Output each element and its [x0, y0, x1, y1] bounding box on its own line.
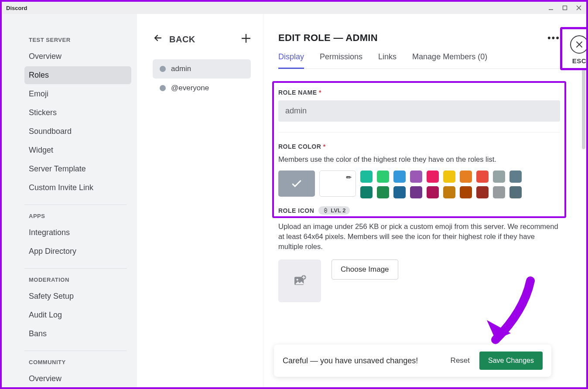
color-picker-row: ✎	[278, 171, 560, 198]
divider	[24, 268, 127, 269]
add-role-button[interactable]	[241, 32, 251, 46]
arrow-left-icon	[153, 33, 163, 46]
sidebar-item-server-template[interactable]: Server Template	[24, 160, 131, 178]
tab-links[interactable]: Links	[378, 52, 397, 68]
role-color-label: ROLE COLOR *	[278, 143, 560, 150]
role-name: @everyone	[171, 84, 209, 92]
custom-color-swatch[interactable]: ✎	[319, 171, 356, 197]
save-changes-button[interactable]: Save Changes	[479, 351, 543, 370]
sidebar-header-community: COMMUNITY	[24, 359, 131, 365]
color-swatch[interactable]	[476, 171, 489, 183]
color-swatch[interactable]	[360, 186, 373, 198]
color-swatch[interactable]	[443, 186, 455, 198]
close-icon[interactable]	[576, 5, 582, 11]
svg-rect-1	[563, 6, 567, 10]
reset-button[interactable]: Reset	[451, 356, 470, 365]
role-icon-label: ROLE ICON	[278, 207, 314, 214]
color-swatch[interactable]	[393, 186, 406, 198]
sidebar-header-apps: APPS	[24, 213, 131, 219]
settings-sidebar: TEST SERVER Overview Roles Emoji Sticker…	[2, 14, 137, 387]
upload-image-box[interactable]	[278, 259, 321, 302]
role-color-dot	[160, 85, 166, 91]
sidebar-header-moderation: MODERATION	[24, 276, 131, 283]
color-swatch[interactable]	[410, 186, 422, 198]
divider	[278, 132, 560, 133]
app-window: Discord TEST SERVER Overview Roles Emoji…	[2, 2, 586, 387]
tab-permissions[interactable]: Permissions	[320, 52, 362, 68]
boost-icon	[323, 208, 328, 213]
sidebar-item-community-overview[interactable]: Overview	[24, 370, 131, 387]
sidebar-item-audit-log[interactable]: Audit Log	[24, 306, 131, 324]
role-list-item-everyone[interactable]: @everyone	[153, 78, 251, 98]
divider	[24, 205, 127, 205]
color-swatch[interactable]	[460, 186, 472, 198]
image-add-icon	[293, 274, 307, 288]
titlebar: Discord	[2, 2, 586, 14]
tab-display[interactable]: Display	[278, 52, 304, 69]
role-color-desc: Members use the color of the highest rol…	[278, 154, 560, 164]
sidebar-header-server: TEST SERVER	[24, 37, 131, 43]
sidebar-item-roles[interactable]: Roles	[24, 66, 131, 84]
color-swatch[interactable]	[427, 171, 439, 183]
color-swatch[interactable]	[509, 171, 522, 183]
color-swatch[interactable]	[476, 186, 489, 198]
check-icon	[290, 177, 303, 190]
sidebar-item-emoji[interactable]: Emoji	[24, 85, 131, 103]
svg-point-6	[325, 210, 326, 211]
role-color-dot	[160, 66, 166, 72]
color-swatch[interactable]	[410, 171, 422, 183]
color-swatch[interactable]	[509, 186, 522, 198]
role-list-item-admin[interactable]: admin	[153, 59, 251, 78]
divider	[24, 351, 127, 351]
sidebar-item-safety-setup[interactable]: Safety Setup	[24, 287, 131, 305]
annotation-esc-highlight: ESC	[560, 27, 586, 70]
sidebar-item-soundboard[interactable]: Soundboard	[24, 123, 131, 140]
boost-level-badge: LVL 2	[318, 206, 350, 215]
sidebar-item-custom-invite[interactable]: Custom Invite Link	[24, 179, 131, 197]
color-swatch[interactable]	[427, 186, 439, 198]
sidebar-item-integrations[interactable]: Integrations	[24, 224, 131, 242]
color-swatch[interactable]	[393, 171, 406, 183]
tabs-row: Display Permissions Links Manage Members…	[278, 52, 560, 69]
role-name: admin	[171, 65, 191, 73]
sidebar-item-app-directory[interactable]: App Directory	[24, 242, 131, 260]
annotation-highlight: ROLE NAME * ROLE COLOR * Members use the…	[272, 81, 566, 218]
color-swatch[interactable]	[443, 171, 455, 183]
more-options-button[interactable]: •••	[547, 32, 560, 44]
page-title: EDIT ROLE — ADMIN	[278, 32, 378, 44]
maximize-icon[interactable]	[562, 5, 568, 11]
back-label: BACK	[169, 34, 195, 44]
color-swatch[interactable]	[377, 186, 389, 198]
color-swatch[interactable]	[493, 186, 505, 198]
svg-point-8	[297, 279, 298, 281]
role-name-input[interactable]	[278, 100, 560, 122]
role-icon-desc: Upload an image under 256 KB or pick a c…	[278, 222, 560, 252]
sidebar-item-bans[interactable]: Bans	[24, 325, 131, 343]
color-swatch[interactable]	[460, 171, 472, 183]
banner-text: Careful — you have unsaved changes!	[283, 356, 418, 365]
role-edit-panel: EDIT ROLE — ADMIN ••• Display Permission…	[263, 14, 586, 387]
back-button[interactable]: BACK	[153, 33, 195, 46]
default-color-swatch[interactable]	[278, 171, 315, 197]
close-settings-button[interactable]	[570, 35, 586, 54]
tab-manage-members[interactable]: Manage Members (0)	[412, 52, 487, 68]
color-swatch[interactable]	[377, 171, 389, 183]
roles-list-column: BACK admin @everyone	[137, 14, 263, 387]
sidebar-item-overview[interactable]: Overview	[24, 48, 131, 65]
color-swatch[interactable]	[493, 171, 505, 183]
app-name: Discord	[6, 5, 27, 11]
window-controls	[548, 5, 582, 11]
unsaved-changes-banner: Careful — you have unsaved changes! Rese…	[274, 345, 551, 377]
x-icon	[575, 41, 583, 48]
sidebar-item-stickers[interactable]: Stickers	[24, 104, 131, 122]
minimize-icon[interactable]	[548, 5, 554, 11]
eyedropper-icon: ✎	[345, 173, 354, 182]
role-name-label: ROLE NAME *	[278, 89, 560, 96]
content: TEST SERVER Overview Roles Emoji Sticker…	[2, 14, 586, 387]
color-swatch[interactable]	[360, 171, 373, 183]
sidebar-item-widget[interactable]: Widget	[24, 141, 131, 159]
choose-image-button[interactable]: Choose Image	[332, 259, 398, 280]
esc-label: ESC	[572, 57, 586, 65]
